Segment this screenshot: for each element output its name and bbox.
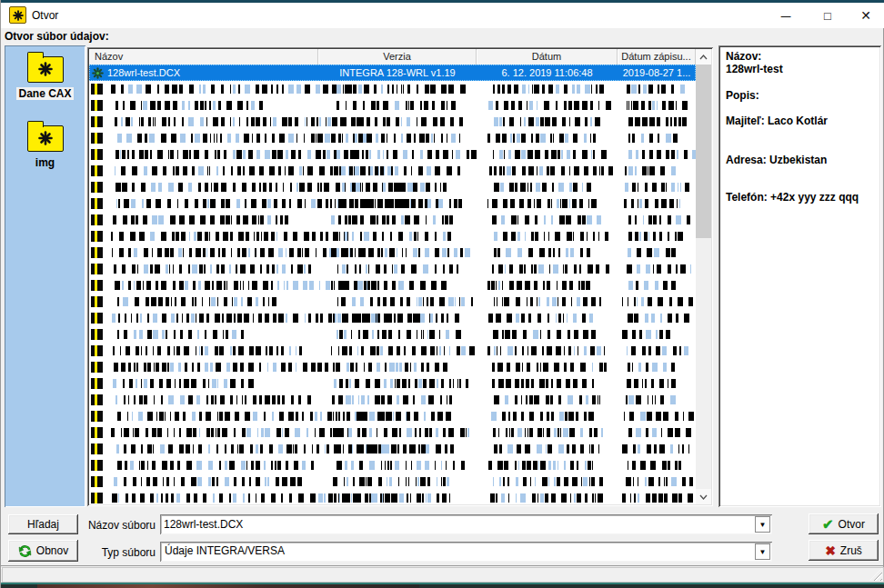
info-name-value: 128wrl-test <box>726 63 878 75</box>
info-address: Adresa: Uzbekistan <box>726 154 878 166</box>
dropdown-arrow-icon: ▼ <box>759 521 767 529</box>
info-owner: Majiteľ: Laco Kotlár <box>726 115 878 127</box>
column-header-version[interactable]: Verzia <box>318 49 477 65</box>
filetype-dropdown-button[interactable]: ▼ <box>755 543 770 560</box>
check-icon: ✔ <box>822 516 834 533</box>
chevron-down-icon <box>699 494 708 500</box>
redacted-rows-canvas[interactable] <box>89 81 696 504</box>
folder-sidebar: Dane CAX img <box>5 45 85 507</box>
selected-file-row[interactable]: 128wrl-test.DCX INTEGRA 128-WRL v1.19 6.… <box>89 65 696 81</box>
cross-icon: ✖ <box>825 543 836 558</box>
app-icon <box>9 6 26 24</box>
open-button-label: Otvor <box>839 518 865 531</box>
refresh-icon <box>18 544 32 558</box>
list-header: Názov Verzia Dátum Dátum zápisu... <box>89 49 696 65</box>
info-desc-label: Popis: <box>726 89 878 102</box>
folder-icon <box>27 56 64 83</box>
minimize-button[interactable]: ─ <box>765 3 807 28</box>
column-header-name[interactable]: Názov <box>89 49 318 65</box>
sidebar-item-label[interactable]: img <box>34 156 56 169</box>
dropdown-arrow-icon: ▼ <box>759 548 767 556</box>
open-dialog-window: Otvor ─ □ ✕ Otvor súbor údajov: Dane CAX <box>0 0 884 588</box>
file-name-text: 128wrl-test.DCX <box>107 65 180 81</box>
file-list-panel: Názov Verzia Dátum Dátum zápisu... <box>87 47 713 506</box>
scroll-up-button[interactable] <box>696 49 711 65</box>
window-title: Otvor <box>32 9 58 22</box>
file-version-cell: INTEGRA 128-WRL v1.19 <box>318 65 477 81</box>
search-button-label: Hľadaj <box>27 518 59 531</box>
file-list: Názov Verzia Dátum Dátum zápisu... <box>89 49 696 504</box>
chevron-up-icon <box>699 55 708 60</box>
title-bar[interactable]: Otvor ─ □ ✕ <box>1 3 884 28</box>
filename-input[interactable] <box>164 516 752 533</box>
star-icon <box>38 131 53 145</box>
column-header-write-date[interactable]: Dátum zápisu... <box>618 49 696 65</box>
scrollbar-thumb[interactable] <box>696 65 711 238</box>
info-phone: Telefón: +42x yyy zzz qqq <box>726 191 878 204</box>
folder-icon <box>27 125 64 152</box>
vertical-scrollbar[interactable] <box>696 49 711 504</box>
scroll-down-button[interactable] <box>696 489 711 504</box>
open-button[interactable]: ✔ Otvor <box>809 513 879 534</box>
resize-grip[interactable] <box>869 568 882 581</box>
close-button[interactable]: ✕ <box>845 3 884 28</box>
file-star-icon <box>91 66 104 79</box>
filename-label: Názov súboru <box>65 519 156 532</box>
cancel-button[interactable]: ✖ Zruš <box>809 540 879 561</box>
star-icon <box>38 62 53 76</box>
filetype-label: Typ súboru <box>65 546 156 559</box>
maximize-button[interactable]: □ <box>807 3 849 28</box>
cancel-button-label: Zruš <box>840 544 862 557</box>
file-name-cell: 128wrl-test.DCX <box>89 65 318 81</box>
filetype-value: Údaje INTEGRA/VERSA <box>165 544 285 557</box>
file-info-panel: Názov: 128wrl-test Popis: Majiteľ: Laco … <box>718 45 881 507</box>
refresh-button-label: Obnov <box>36 544 68 557</box>
filetype-combobox[interactable]: Údaje INTEGRA/VERSA ▼ <box>160 542 772 562</box>
file-write-date-cell: 2019-08-27 1... <box>618 65 696 81</box>
filename-dropdown-button[interactable]: ▼ <box>755 516 770 533</box>
column-header-date[interactable]: Dátum <box>477 49 618 65</box>
file-date-cell: 6. 12. 2019 11:06:48 <box>477 65 618 81</box>
desktop-background-blur <box>37 584 419 588</box>
sidebar-item-label[interactable]: Dane CAX <box>16 87 73 100</box>
filename-combobox[interactable]: ▼ <box>160 514 772 534</box>
info-name-label: Názov: <box>726 50 878 63</box>
sidebar-item-img[interactable]: img <box>5 120 85 169</box>
star-icon <box>13 10 24 21</box>
sidebar-item-dane-cax[interactable]: Dane CAX <box>5 51 85 100</box>
status-bar <box>2 567 884 583</box>
open-file-label: Otvor súbor údajov: <box>5 30 109 43</box>
